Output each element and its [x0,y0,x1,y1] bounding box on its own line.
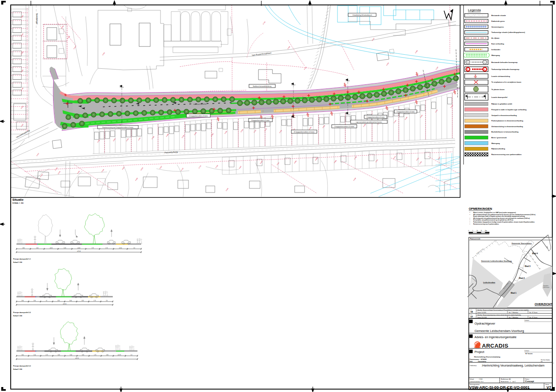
svg-text:Parkeerplaatsen in elementenve: Parkeerplaatsen in elementenverharding [491,120,523,122]
svg-text:Ontwikkeling Schakenbosch: Ontwikkeling Schakenbosch [352,14,372,16]
svg-text:OVERZICHT: OVERZICHT [535,302,553,306]
svg-text:3.25: 3.25 [82,354,84,356]
svg-text:Gemeente Leidschendam-Voorburg: Gemeente Leidschendam-Voorburg [475,329,524,333]
svg-text:2.0: 2.0 [133,247,135,249]
svg-text:Leidschendam: Leidschendam [483,281,496,283]
svg-text:±2.00: ±2.00 [119,247,122,249]
svg-text:1.70: 1.70 [105,247,108,249]
svg-text:2.0: 2.0 [130,354,132,356]
svg-text:xxx: xxx [541,361,543,362]
svg-text:Principe dwarsprofiel 1-1: Principe dwarsprofiel 1-1 [13,258,31,260]
svg-text:Concept: Concept [525,380,534,383]
svg-text:V8: V8 [470,311,473,313]
svg-text:1: 1 [485,94,486,95]
svg-text:Noordsingel: Noordsingel [36,13,38,24]
svg-text:Fase : Voorontwerp: Fase : Voorontwerp [470,361,486,362]
svg-text:2 langsparkeervakken à 6 meter: 2 langsparkeervakken à 6 meter [334,126,354,128]
svg-text:Herinrichting Veursestraatweg: Herinrichting Veursestraatweg [474,356,500,358]
svg-text:Project: Project [475,350,485,354]
svg-text:Contractnummer: K.v.t: Contractnummer: K.v.t [470,381,484,383]
svg-text:Situatie: Situatie [12,198,23,202]
svg-text:Blad 1: Blad 1 [511,292,516,294]
svg-text:Schaal 1:100: Schaal 1:100 [13,262,22,263]
svg-text:Kant verharding: Kant verharding [491,43,504,45]
svg-text:3.00: 3.00 [70,354,72,356]
svg-text:Legenda: Legenda [468,8,481,12]
svg-text:±4.40: ±4.40 [77,247,80,249]
svg-text:Ruimtereservering voor 6 langs: Ruimtereservering voor 6 langsparkeervak… [102,127,133,128]
svg-text:5 langsparkeervakken à 6 meter: 5 langsparkeervakken à 6 meter [366,116,384,118]
svg-text:Lage vaste planten gecombineer: Lage vaste planten gecombineerd met hees… [356,121,382,123]
svg-text:Get.: T. Bekenkaai: Get.: T. Bekenkaai [509,317,518,318]
svg-text:Wachtlijst: Nieuwe inrichtinge: Wachtlijst: Nieuwe inrichtingen Veursest… [477,309,529,311]
svg-text:Te verplaatsen of te verwijder: Te verplaatsen of te verwijderen boom [491,81,521,83]
svg-text:OPMERKINGEN: OPMERKINGEN [469,207,492,211]
svg-text:As rijbaan: As rijbaan [491,37,500,39]
svg-text:20m: 20m [485,230,487,232]
svg-text:De bushaltes zijn gedimensione: De bushaltes zijn gedimensioneerd op een… [473,219,514,221]
svg-text:10 langsparkeervakken à 6 mete: 10 langsparkeervakken à 6 meter [189,115,208,117]
svg-text:3.25: 3.25 [81,300,84,302]
svg-text:Watergang: Watergang [491,142,500,144]
svg-text:Rijbaanscheiding: Rijbaanscheiding [491,148,505,150]
svg-text:Ruimtereservering voor 6 parke: Ruimtereservering voor 6 parkeervakken. [473,223,499,225]
svg-text:±0.175: ±0.175 [118,354,121,356]
svg-text:VSW-ARC-SI-00-DR-CE-VO-0001: VSW-ARC-SI-00-DR-CE-VO-0001 [469,385,530,390]
svg-text:1.75: 1.75 [46,354,48,356]
svg-text:Blad 2: Blad 2 [519,277,525,279]
svg-text:Principe dwarsprofiel 2-2: Principe dwarsprofiel 2-2 [13,312,31,313]
svg-text:Bushaltehaven in betonverhardi: Bushaltehaven in betonverharding [491,131,519,133]
svg-text:1.50: 1.50 [33,300,36,302]
svg-text:1.60: 1.60 [21,354,24,356]
svg-text:Contact: Contact [524,320,529,321]
svg-text:Voetpad in elementenverharding: Voetpad in elementenverharding [491,114,517,116]
svg-text:Blad 4: Blad 4 [532,253,538,255]
svg-text:±3.25: ±3.25 [50,247,53,249]
svg-text:V7: V7 [470,315,473,318]
svg-text:Alle kruispunten zijn gedimens: Alle kruispunten zijn gedimensioneerd op… [473,218,530,219]
svg-text:1.50: 1.50 [33,354,36,356]
svg-text:Datum: 24-4-2024: Datum: 24-4-2024 [477,317,487,318]
svg-text:Wachtlijst: Nieuwe wegvormgevi: Wachtlijst: Nieuwe wegvormgeving en dive… [477,314,521,316]
svg-text:Locatie dwarsprofiel: Locatie dwarsprofiel [491,96,507,98]
svg-text:11 langsparkeervakken à 6 mete: 11 langsparkeervakken à 6 meter [294,131,315,133]
svg-text:Toekomstige situatie (uitbreid: Toekomstige situatie (uitbreidingsplanne… [491,31,525,33]
svg-text:±29.10: ±29.10 [63,303,67,305]
svg-text:Datum: 5-6-2024: Datum: 5-6-2024 [477,312,486,313]
svg-text:Advies- en Ingenieursorganisat: Advies- en Ingenieursorganisatie [475,336,516,339]
svg-text:7 langsparkeervakken à 6 meter: 7 langsparkeervakken à 6 meter [396,111,414,113]
svg-text:±1: ±1 [46,300,48,302]
svg-text:Exacte afmetingen nader te bep: Exacte afmetingen nader te bepalen op ba… [473,216,525,217]
svg-text:Bestaande situatie: Bestaande situatie [491,14,506,16]
svg-text::Herinrichting Veursestraatweg: :Herinrichting Veursestraatweg, Leidsche… [482,364,544,367]
svg-text:15: 15 [481,230,482,232]
svg-text:6.25: 6.25 [64,247,66,249]
svg-text:10: 10 [477,230,478,232]
svg-text:Gemeente Leidschendam-Voorburg: Gemeente Leidschendam-Voorburg [481,260,512,262]
svg-text:Rijbaan in gebakken asfalt: Rijbaan in gebakken asfalt [491,103,512,105]
svg-text:Schaal 1:100: Schaal 1:100 [13,315,22,317]
svg-text:3.25: 3.25 [58,300,60,302]
svg-text:Onderwerp: Onderwerp [470,365,477,366]
svg-text:V7: V7 [547,385,551,390]
svg-text:Schaal 1:100: Schaal 1:100 [13,369,22,370]
svg-text:Gec.: B. Tossen: Gec.: B. Tossen [529,317,537,318]
svg-text:1.50: 1.50 [36,247,39,249]
svg-text:3.25: 3.25 [58,354,60,356]
svg-text:B. Tossen: B. Tossen [526,353,533,355]
svg-text:Gec.: B. Tossen: Gec.: B. Tossen [529,312,537,313]
svg-text:1.75: 1.75 [94,354,96,356]
svg-text:Get.: T. Bekenkaai: Get.: T. Bekenkaai [509,312,518,313]
svg-text:n: n [484,68,485,70]
svg-text:8 langsparkeervakken à 6 meter: 8 langsparkeervakken à 6 meter [251,120,270,121]
svg-text:Handhaven bestaande Asfalterin: Handhaven bestaande Asfaltering [253,86,271,87]
svg-text:Plaatsoverzicht: Plaatsoverzicht [470,238,481,240]
svg-text:Watergang: Watergang [491,54,500,56]
svg-text:±29.10: ±29.10 [75,357,79,359]
svg-text:Parkeerbalans langsparkeren hu: Parkeerbalans langsparkeren huidige situ… [473,221,535,223]
svg-text:1: 1 [467,94,468,95]
svg-text:Fietspad in nader te bepalen t: Fietspad in nader te bepalen type verhar… [491,109,527,111]
svg-text:Toekomstige behouden boomgroep: Toekomstige behouden boomgroep [491,68,519,70]
svg-text:1.60: 1.60 [21,300,24,302]
svg-text:Te planten boom: Te planten boom [491,88,505,90]
